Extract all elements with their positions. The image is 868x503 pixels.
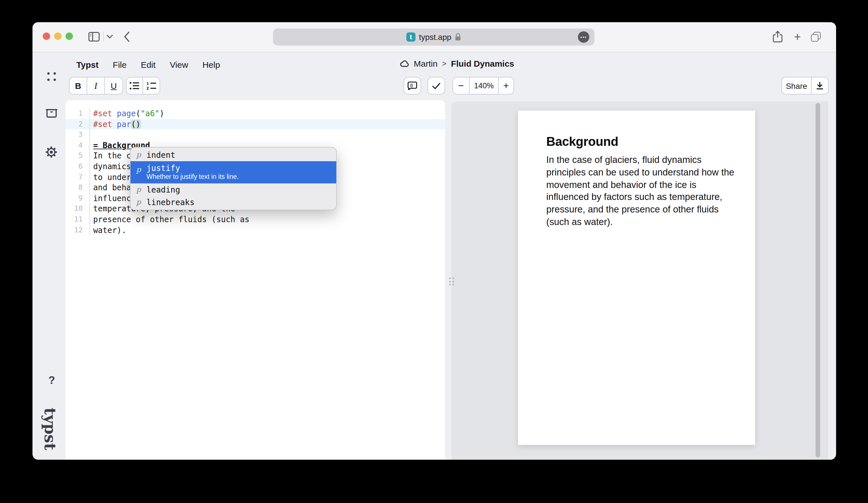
param-type-icon: p (136, 185, 142, 194)
line-number: 7 (65, 172, 90, 182)
help-icon[interactable]: ? (49, 374, 55, 387)
menu-item-edit[interactable]: Edit (141, 60, 156, 70)
app-menubar: TypstFileEditViewHelp (76, 60, 220, 70)
line-number: 1 (65, 108, 90, 119)
browser-window: t typst.app ••• + TypstFileEditViewHelp … (32, 22, 836, 460)
browser-toolbar: t typst.app ••• + (32, 22, 836, 52)
line-number: 3 (65, 129, 90, 140)
param-type-icon: p (136, 165, 142, 174)
settings-gear-icon[interactable] (45, 146, 58, 158)
menu-item-typst[interactable]: Typst (76, 60, 99, 70)
line-number: 12 (65, 225, 90, 235)
preview-text-line: principles can be used to understand how… (546, 166, 755, 179)
lock-icon (455, 33, 461, 41)
line-number: 6 (65, 161, 90, 172)
preview-heading: Background (546, 134, 755, 149)
desktop-background: t typst.app ••• + TypstFileEditViewHelp … (0, 0, 868, 503)
tab-overview-icon[interactable] (811, 32, 821, 42)
code-line[interactable]: #set par() (90, 119, 445, 129)
close-window-button[interactable] (43, 32, 50, 40)
share-page-icon[interactable] (773, 31, 783, 43)
preview-text-line: movement and behavior of the ice is (546, 179, 755, 191)
chrome-divider (103, 32, 104, 42)
zoom-out-button[interactable]: − (453, 77, 469, 95)
preview-text-line: pressure, and the presence of other flui… (546, 203, 755, 216)
preview-text-line: In the case of glaciers, fluid dynamics (546, 154, 755, 166)
autocomplete-description: Whether to justify text in its line. (146, 173, 238, 180)
line-number: 10 (65, 204, 90, 214)
line-number: 5 (65, 151, 90, 161)
preview-text-line: influenced by factors such as temperatur… (546, 191, 755, 204)
autocomplete-item-linebreaks[interactable]: plinebreaks (131, 196, 336, 208)
line-number: 4 (65, 140, 90, 151)
breadcrumb-document[interactable]: Fluid Dynamics (451, 59, 514, 69)
line-number-gutter: 123456789101112 (65, 108, 90, 235)
bullet-list-button[interactable] (126, 77, 143, 95)
back-button-icon[interactable] (124, 31, 130, 42)
files-box-icon[interactable] (45, 109, 58, 118)
zoom-level[interactable]: 140% (469, 77, 499, 95)
svg-text:2: 2 (146, 86, 148, 90)
line-number: 2 (65, 119, 90, 129)
sidebar-toggle-icon[interactable] (88, 32, 100, 42)
autocomplete-popup: pindentpjustifyWhether to justify text i… (130, 147, 337, 210)
bold-button[interactable]: B (69, 77, 87, 95)
param-type-icon: p (136, 150, 142, 159)
zoom-window-button[interactable] (65, 32, 73, 40)
code-editor[interactable]: 123456789101112 #set page("a6")#set par(… (65, 100, 445, 460)
preview-body: In the case of glaciers, fluid dynamicsp… (546, 154, 755, 228)
share-button[interactable]: Share (781, 77, 812, 95)
zoom-in-button[interactable]: + (499, 77, 514, 95)
code-line[interactable]: water). (90, 225, 445, 235)
svg-text:@: @ (410, 83, 413, 88)
grid-menu-icon[interactable] (47, 72, 56, 81)
autocomplete-item-indent[interactable]: pindent (131, 148, 336, 161)
typst-logo: typst (41, 408, 59, 450)
site-favicon: t (406, 32, 415, 42)
preview-scrollbar[interactable] (816, 103, 820, 458)
breadcrumb-separator: > (442, 59, 446, 68)
cloud-icon (400, 60, 409, 67)
menu-item-help[interactable]: Help (202, 60, 220, 70)
code-line[interactable] (90, 129, 445, 140)
line-number: 11 (65, 214, 90, 225)
italic-button[interactable]: I (87, 77, 105, 95)
code-line[interactable]: #set page("a6") (90, 108, 445, 119)
chevron-down-icon[interactable] (106, 35, 113, 39)
line-number: 9 (65, 193, 90, 204)
autocomplete-item-leading[interactable]: pleading (131, 183, 336, 196)
check-button[interactable] (427, 77, 445, 95)
code-line[interactable]: presence of other fluids (such as (90, 214, 445, 225)
page-settings-icon[interactable]: ••• (578, 31, 589, 43)
preview-pane: Background In the case of glaciers, flui… (451, 102, 828, 460)
svg-text:1: 1 (146, 82, 148, 86)
address-bar[interactable]: t typst.app ••• (273, 29, 595, 45)
line-number: 8 (65, 182, 90, 193)
param-type-icon: p (136, 198, 142, 206)
download-button[interactable] (812, 77, 829, 95)
comments-button[interactable]: @ (403, 77, 421, 95)
breadcrumb-project[interactable]: Martin (414, 59, 437, 69)
preview-text-line: (such as water). (546, 216, 755, 228)
menu-item-view[interactable]: View (170, 60, 188, 70)
numbered-list-button[interactable]: 12 (143, 77, 160, 95)
underline-button[interactable]: U (105, 77, 123, 95)
preview-page: Background In the case of glaciers, flui… (518, 111, 755, 445)
autocomplete-item-justify[interactable]: pjustifyWhether to justify text in its l… (131, 161, 336, 183)
new-tab-icon[interactable]: + (794, 31, 801, 43)
menu-item-file[interactable]: File (113, 60, 126, 70)
minimize-window-button[interactable] (54, 32, 62, 40)
url-text: typst.app (419, 32, 451, 42)
breadcrumb[interactable]: Martin > Fluid Dynamics (400, 59, 514, 69)
pane-resize-handle[interactable] (449, 277, 454, 285)
